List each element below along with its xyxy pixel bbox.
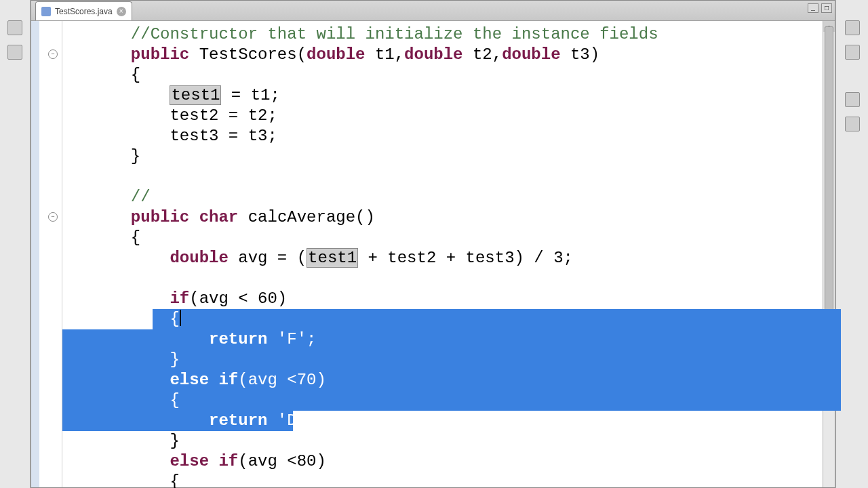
editor-gutter[interactable]: − − [31,21,62,487]
java-file-icon [41,7,51,16]
code-line: { [62,228,823,248]
code-line: test1 = t1; [62,85,823,106]
code-line: } [62,146,823,167]
code-line: //Constructor that will initialize the i… [62,24,823,45]
toolbar-button[interactable] [7,20,22,35]
code-line: { [62,309,823,329]
toolbar-button[interactable] [7,45,22,60]
maximize-button[interactable]: □ [821,3,832,13]
code-line: if(avg < 60) [62,289,823,309]
editor-tab-testscores[interactable]: TestScores.java × [35,1,132,20]
gutter-strip [31,21,39,487]
code-line: else if(avg <70) [62,370,823,390]
code-line: { [62,472,823,488]
tab-filename: TestScores.java [55,7,113,16]
toolbar-button[interactable] [845,92,860,107]
occurrence-highlight: test1 [170,85,221,105]
code-editor[interactable]: //Constructor that will initialize the i… [62,21,823,487]
toolbar-button[interactable] [845,20,860,35]
ide-workbench: TestScores.java × _ □ − − [0,0,868,488]
editor-tab-bar: TestScores.java × _ □ [31,1,835,21]
editor-window-controls: _ □ [808,3,832,13]
code-line: } [62,431,823,451]
code-line [62,268,823,289]
code-line: return 'F'; [62,329,823,350]
code-line: public char calcAverage() [62,207,823,228]
occurrence-highlight: test1 [307,248,358,268]
fold-toggle-icon[interactable]: − [48,49,58,59]
code-line: test3 = t3; [62,126,823,146]
code-line: { [62,65,823,85]
code-line: else if(avg <80) [62,451,823,472]
code-line: public TestScores(double t1,double t2,do… [62,45,823,65]
fold-toggle-icon[interactable]: − [48,212,58,222]
code-line: { [62,390,823,411]
right-toolbar [835,0,868,488]
text-cursor [180,310,181,326]
code-line: return 'D'; [62,411,823,431]
code-line: test2 = t2; [62,106,823,126]
code-text-layer: //Constructor that will initialize the i… [62,21,823,488]
vertical-scrollbar[interactable]: ▴ [823,21,835,487]
scrollbar-thumb[interactable] [825,26,833,331]
code-line [62,167,823,187]
close-tab-icon[interactable]: × [117,7,126,16]
editor-body: − − //Constructor that will initialize t… [31,21,835,487]
toolbar-button[interactable] [845,45,860,60]
toolbar-button[interactable] [845,117,860,131]
code-line: } [62,350,823,370]
code-line: double avg = (test1 + test2 + test3) / 3… [62,248,823,268]
code-line: // [62,187,823,207]
minimize-button[interactable]: _ [808,3,818,13]
editor-pane: TestScores.java × _ □ − − [31,0,835,488]
left-toolbar [0,0,31,488]
